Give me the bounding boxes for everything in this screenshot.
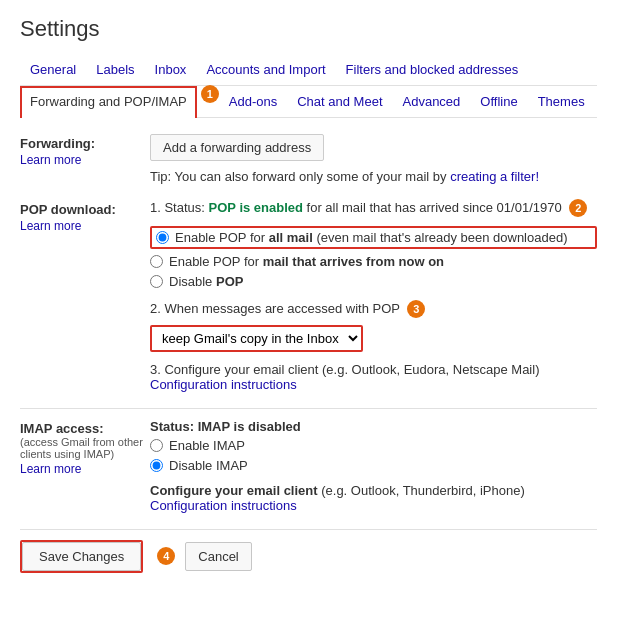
pop-option-disable: Disable POP xyxy=(150,274,597,289)
imap-label-wrap: IMAP access: (access Gmail from other cl… xyxy=(20,419,150,513)
imap-radio-disable[interactable] xyxy=(150,459,163,472)
tab-inbox[interactable]: Inbox xyxy=(145,54,197,85)
pop-radio-disable[interactable] xyxy=(150,275,163,288)
pop-action-select[interactable]: keep Gmail's copy in the Inbox archive G… xyxy=(152,327,361,350)
pop-content: 1. Status: POP is enabled for all mail t… xyxy=(150,200,597,392)
save-button-wrap: Save Changes xyxy=(20,540,143,573)
badge-pop: 2 xyxy=(569,199,587,217)
forwarding-tip: Tip: You can also forward only some of y… xyxy=(150,169,597,184)
tab-advanced[interactable]: Advanced xyxy=(393,86,471,117)
save-changes-button[interactable]: Save Changes xyxy=(22,542,141,571)
forwarding-section: Forwarding: Learn more Add a forwarding … xyxy=(20,134,597,184)
tab-offline[interactable]: Offline xyxy=(470,86,527,117)
when-messages-heading: 2. When messages are accessed with POP 3 xyxy=(150,301,597,319)
pop-radio-all-mail[interactable] xyxy=(156,231,169,244)
cancel-button[interactable]: Cancel xyxy=(185,542,251,571)
tab-accounts-import[interactable]: Accounts and Import xyxy=(196,54,335,85)
tab-filters[interactable]: Filters and blocked addresses xyxy=(336,54,529,85)
imap-section: IMAP access: (access Gmail from other cl… xyxy=(20,419,597,513)
tabs-row1: General Labels Inbox Accounts and Import… xyxy=(20,54,597,86)
imap-label-sub: (access Gmail from other clients using I… xyxy=(20,436,150,460)
pop-status: 1. Status: POP is enabled for all mail t… xyxy=(150,200,597,218)
tab-chat-meet[interactable]: Chat and Meet xyxy=(287,86,392,117)
pop-status-colored: POP is enabled xyxy=(209,200,303,215)
imap-content: Status: IMAP is disabled Enable IMAP Dis… xyxy=(150,419,597,513)
pop-configure-heading: 3. Configure your email client (e.g. Out… xyxy=(150,362,597,377)
tab-forwarding-pop-imap[interactable]: Forwarding and POP/IMAP xyxy=(20,86,197,118)
tab-general[interactable]: General xyxy=(20,54,86,85)
tab-themes[interactable]: Themes xyxy=(528,86,595,117)
pop-label-wrap: POP download: Learn more xyxy=(20,200,150,392)
settings-page: Settings General Labels Inbox Accounts a… xyxy=(0,0,617,589)
tab-addons[interactable]: Add-ons xyxy=(219,86,287,117)
forwarding-content: Add a forwarding address Tip: You can al… xyxy=(150,134,597,184)
pop-configure-section: 3. Configure your email client (e.g. Out… xyxy=(150,362,597,392)
imap-option-enable: Enable IMAP xyxy=(150,438,597,453)
tab-labels[interactable]: Labels xyxy=(86,54,144,85)
imap-status: Status: IMAP is disabled xyxy=(150,419,597,434)
badge-forwarding: 1 xyxy=(201,85,219,103)
pop-learn-more[interactable]: Learn more xyxy=(20,219,150,233)
imap-configure-section: Configure your email client (e.g. Outloo… xyxy=(150,483,597,513)
tabs-row2: Forwarding and POP/IMAP 1 Add-ons Chat a… xyxy=(20,86,597,118)
pop-config-link[interactable]: Configuration instructions xyxy=(150,377,297,392)
creating-filter-link[interactable]: creating a filter! xyxy=(450,169,539,184)
forwarding-learn-more[interactable]: Learn more xyxy=(20,153,150,167)
imap-label: IMAP access: xyxy=(20,421,150,436)
badge-select: 3 xyxy=(407,300,425,318)
imap-radio-enable[interactable] xyxy=(150,439,163,452)
section-divider xyxy=(20,408,597,409)
forwarding-label: Forwarding: Learn more xyxy=(20,134,150,184)
pop-option-new-mail: Enable POP for mail that arrives from no… xyxy=(150,254,597,269)
footer-actions: Save Changes 4 Cancel xyxy=(20,529,597,573)
pop-select-wrap: keep Gmail's copy in the Inbox archive G… xyxy=(150,325,363,352)
page-title: Settings xyxy=(20,16,597,42)
pop-download-section: POP download: Learn more 1. Status: POP … xyxy=(20,200,597,392)
imap-learn-more[interactable]: Learn more xyxy=(20,462,150,476)
imap-config-link[interactable]: Configuration instructions xyxy=(150,498,297,513)
pop-option-all-mail: Enable POP for all mail (even mail that'… xyxy=(150,226,597,249)
pop-radio-new-mail[interactable] xyxy=(150,255,163,268)
badge-save: 4 xyxy=(157,547,175,565)
imap-option-disable: Disable IMAP xyxy=(150,458,597,473)
add-forwarding-address-button[interactable]: Add a forwarding address xyxy=(150,134,324,161)
imap-configure-heading: Configure your email client (e.g. Outloo… xyxy=(150,483,597,498)
